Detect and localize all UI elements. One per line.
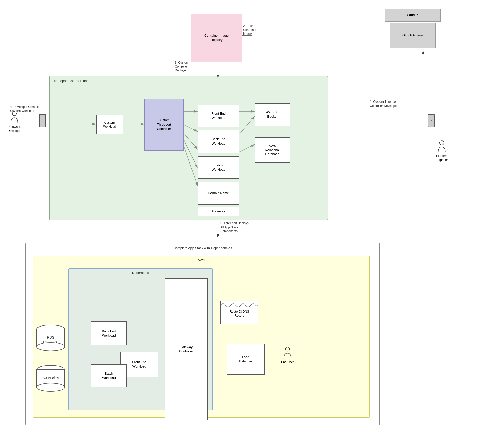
- custom-threeport-developed-label: 1. Custom Threeport Controller Developed: [370, 100, 398, 108]
- container-registry-label: Container Image Registry: [204, 34, 229, 42]
- dev-device-icon: [38, 114, 47, 128]
- svg-text:S3 Bucket: S3 Bucket: [43, 376, 59, 380]
- pe-device-icon: [427, 114, 436, 128]
- platform-engineer-icon: [437, 140, 447, 153]
- svg-point-25: [12, 112, 16, 116]
- end-user-label: End User: [281, 360, 294, 364]
- svg-rect-27: [40, 115, 45, 127]
- batch-workload-label: Batch Workload: [212, 163, 225, 172]
- gateway-box: Gateway: [198, 207, 239, 216]
- s3-svg: S3 Bucket: [35, 364, 66, 392]
- threeport-deploys-label: 5. Threeport Deploys All App Stack Compo…: [220, 221, 249, 233]
- threeport-control-plane-label: Threeport Control Plane: [53, 79, 89, 83]
- gateway-controller-label: Gateway Controller: [179, 345, 193, 354]
- svg-text:Database: Database: [43, 340, 58, 344]
- svg-rect-31: [428, 115, 434, 127]
- github-actions-box: Github Actions: [390, 23, 436, 48]
- back-end-workload-box: Back End Workload: [198, 130, 239, 153]
- domain-name-label: Domain Name: [208, 191, 229, 195]
- end-user-icon: [282, 347, 293, 359]
- container-registry-box: Container Image Registry: [191, 14, 242, 62]
- front-end-workload-label: Front End Workload: [211, 112, 226, 120]
- complete-app-stack-label: Complete App Stack with Dependencies: [173, 246, 232, 250]
- back-end-workload-k8s-box: Back End Workload: [91, 321, 127, 345]
- gateway-controller-box: Gateway Controller: [165, 278, 208, 420]
- aws-s3-label: AWS S3 Bucket: [266, 110, 279, 119]
- rds-database-cylinder: RDS Database: [35, 324, 66, 352]
- custom-controller-deployed-label: 3. Custom Controller Deployed: [175, 61, 189, 73]
- aws-region-label: AWS: [198, 258, 205, 262]
- s3-bucket-cylinder: S3 Bucket: [35, 364, 66, 392]
- route53-dns-label: Route 53 DNS Record: [229, 310, 249, 318]
- kubernetes-region-label: Kubernetes: [132, 271, 149, 275]
- software-developer-icon: [9, 111, 20, 124]
- aws-rds-box: AWS Relational Database: [255, 137, 290, 163]
- svg-point-40: [37, 383, 65, 391]
- diagram: 2. Push Container Image 3. Custom Contro…: [0, 0, 479, 448]
- rds-svg: RDS Database: [35, 324, 66, 352]
- platform-engineer: Platform Engineer: [436, 140, 448, 162]
- custom-workload-box: Custom Workload: [96, 115, 123, 134]
- batch-workload-box: Batch Workload: [198, 156, 239, 179]
- back-end-workload-label: Back End Workload: [212, 137, 226, 146]
- load-balancer-label: Load Balancer: [239, 355, 252, 364]
- route53-dns-box: Route 53 DNS Record: [220, 301, 258, 324]
- load-balancer-box: Load Balancer: [227, 344, 265, 375]
- platform-engineer-label: Platform Engineer: [436, 154, 448, 162]
- domain-name-box: Domain Name: [198, 182, 239, 205]
- batch-workload-k8s-label: Batch Workload: [102, 372, 116, 380]
- batch-workload-k8s-box: Batch Workload: [91, 364, 127, 387]
- software-developer-label: Software Developer: [8, 125, 22, 133]
- custom-controller-label: Custom Threeport Controller: [157, 118, 171, 131]
- custom-workload-label: Custom Workload: [103, 121, 116, 129]
- front-end-workload-box: Front End Workload: [198, 105, 239, 127]
- custom-controller-box: Custom Threeport Controller: [144, 99, 184, 151]
- github-box: Github: [385, 9, 441, 22]
- github-actions-label: Github Actions: [402, 33, 424, 38]
- aws-s3-box: AWS S3 Bucket: [255, 103, 290, 126]
- svg-text:RDS: RDS: [47, 335, 54, 339]
- front-end-workload-k8s-label: Front End Workload: [132, 360, 146, 369]
- gateway-label: Gateway: [212, 209, 225, 214]
- aws-rds-label: AWS Relational Database: [265, 144, 280, 157]
- svg-point-29: [440, 141, 444, 145]
- github-label: Github: [407, 13, 418, 17]
- svg-point-42: [285, 347, 290, 351]
- back-end-workload-k8s-label: Back End Workload: [102, 329, 116, 338]
- push-container-label: 2. Push Container Image: [243, 24, 256, 36]
- end-user: End User: [281, 347, 294, 364]
- software-developer: Software Developer: [8, 111, 22, 133]
